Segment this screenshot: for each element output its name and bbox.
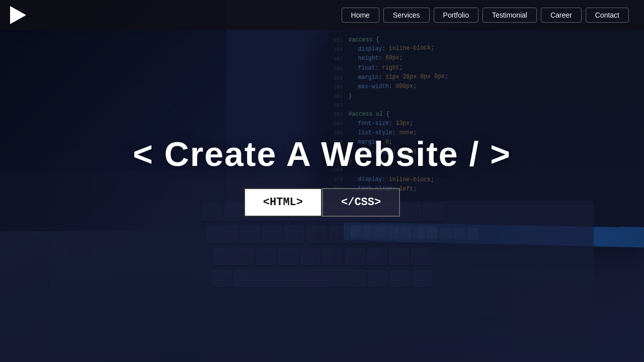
- hero-section: 355#access { 356display: inline-block; 3…: [0, 0, 644, 362]
- html-button[interactable]: <HTML>: [244, 188, 322, 217]
- hero-title: < Create A Website / >: [133, 135, 511, 173]
- nav-portfolio-button[interactable]: Portfolio: [434, 8, 478, 23]
- nav-career-button[interactable]: Career: [541, 8, 582, 23]
- nav-links: Home Services Portfolio Testimonial Care…: [342, 8, 629, 23]
- hero-buttons: <HTML> </CSS>: [133, 188, 511, 217]
- css-button[interactable]: </CSS>: [322, 188, 400, 217]
- hero-content: < Create A Website / > <HTML> </CSS>: [133, 135, 511, 217]
- navbar: Home Services Portfolio Testimonial Care…: [0, 0, 644, 30]
- nav-home-button[interactable]: Home: [342, 8, 379, 23]
- nav-testimonial-button[interactable]: Testimonial: [482, 8, 537, 23]
- nav-contact-button[interactable]: Contact: [586, 8, 629, 23]
- logo: [10, 6, 28, 24]
- logo-triangle-icon: [10, 6, 26, 24]
- nav-services-button[interactable]: Services: [383, 8, 430, 23]
